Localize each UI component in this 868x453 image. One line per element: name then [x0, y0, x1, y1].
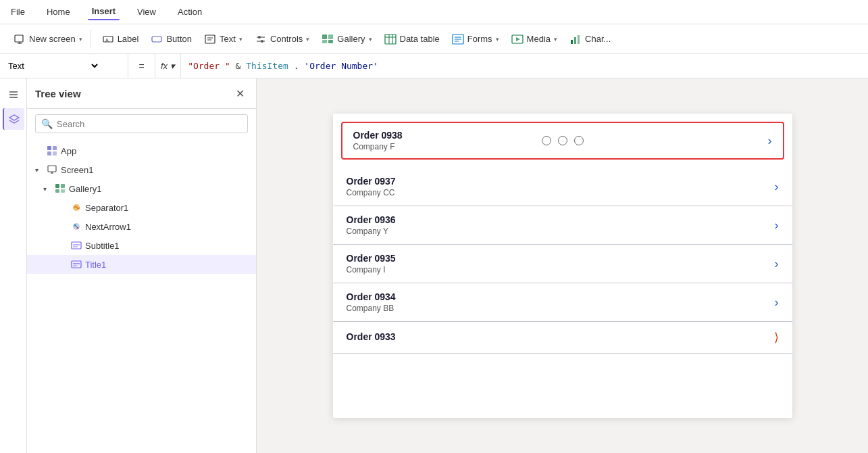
item-0937-arrow: › [775, 180, 779, 194]
title1-icon [70, 258, 82, 270]
tree-item-app[interactable]: App [27, 141, 256, 160]
formula-content: "Order " & ThisItem . 'Order Number' [181, 61, 868, 71]
svg-rect-17 [385, 34, 396, 44]
selection-handles [542, 136, 584, 145]
data-table-button[interactable]: Data table [379, 30, 445, 49]
new-screen-chevron: ▾ [79, 36, 82, 43]
svg-rect-38 [48, 166, 56, 172]
tree-search-input[interactable] [57, 119, 242, 129]
menu-insert[interactable]: Insert [88, 3, 120, 20]
fx-label: fx [161, 61, 168, 71]
svg-rect-36 [47, 151, 51, 156]
new-screen-button[interactable]: New screen ▾ [8, 30, 88, 49]
formula-dropdown[interactable]: Text [0, 54, 128, 78]
controls-icon [255, 33, 267, 45]
tree-item-screen1[interactable]: ▾ Screen1 [27, 160, 256, 179]
gallery-item-0936[interactable]: Order 0936 Company Y › [333, 206, 792, 245]
new-screen-label: New screen [29, 34, 76, 44]
tree-search-box[interactable]: 🔍 [35, 114, 248, 133]
svg-rect-29 [578, 35, 580, 44]
tree-item-separator1[interactable]: Separator1 [27, 198, 256, 217]
menu-action[interactable]: Action [174, 4, 206, 20]
gallery-item-0938[interactable]: Order 0938 Company F › [341, 122, 784, 160]
media-button[interactable]: Media ▾ [506, 30, 563, 49]
canvas-area: Order 0938 Company F › Order 0937 [257, 78, 868, 453]
new-screen-icon [14, 33, 26, 45]
separator1-label: Separator1 [85, 203, 128, 213]
tree-close-button[interactable]: ✕ [232, 85, 248, 101]
svg-rect-5 [152, 37, 161, 42]
hamburger-button[interactable] [3, 84, 24, 105]
layers-button[interactable] [3, 108, 24, 130]
svg-rect-6 [205, 35, 215, 43]
item-0937-title: Order 0937 [347, 176, 775, 187]
fx-ampersand: & [236, 61, 247, 71]
item-0937-content: Order 0937 Company CC [347, 176, 775, 197]
gallery-item-0937[interactable]: Order 0937 Company CC › [333, 168, 792, 206]
separator1-icon [70, 201, 82, 214]
controls-btn-label: Controls [270, 34, 303, 44]
forms-icon [452, 33, 464, 45]
item-0935-arrow: › [775, 257, 779, 271]
controls-button[interactable]: Controls ▾ [249, 30, 315, 49]
gallery-list: Order 0938 Company F › Order 0937 [333, 114, 792, 418]
button-button[interactable]: Button [145, 30, 197, 49]
fx-this-item: ThisItem [246, 61, 288, 71]
tree-item-title1[interactable]: Title1 [27, 255, 256, 274]
gallery-button[interactable]: Gallery ▾ [316, 30, 377, 49]
app-icon [46, 145, 58, 157]
svg-rect-28 [574, 37, 576, 44]
gallery-item-0935[interactable]: Order 0935 Company I › [333, 245, 792, 283]
menu-file[interactable]: File [7, 4, 29, 20]
fx-property: 'Order Number' [304, 61, 378, 71]
media-icon [511, 33, 524, 45]
menu-view[interactable]: View [133, 4, 160, 20]
svg-rect-35 [53, 146, 57, 150]
nextarrow1-icon [70, 220, 82, 233]
tree-item-gallery1[interactable]: ▾ Gallery1 [27, 179, 256, 198]
formula-dropdown-select[interactable]: Text [5, 60, 100, 72]
tree-body: App ▾ Screen1 ▾ Gallery1 [27, 139, 256, 453]
svg-rect-41 [55, 184, 59, 188]
gallery-icon [322, 33, 334, 45]
charts-btn-label: Char... [585, 34, 611, 44]
menu-home[interactable]: Home [43, 4, 74, 20]
item-0936-arrow: › [775, 218, 779, 233]
text-icon [204, 33, 216, 45]
subtitle1-label: Subtitle1 [85, 241, 120, 251]
item-0933-arrow: ⟩ [774, 330, 779, 345]
item-0936-title: Order 0936 [347, 214, 775, 225]
item-0934-title: Order 0934 [347, 291, 775, 302]
svg-rect-15 [322, 40, 327, 43]
item-0935-title: Order 0935 [347, 253, 775, 264]
fx-string-part: "Order " [188, 61, 230, 71]
tree-title: Tree view [35, 88, 81, 99]
text-button[interactable]: Text ▾ [199, 30, 248, 49]
controls-chevron: ▾ [306, 36, 309, 43]
handle-left [542, 136, 551, 145]
forms-button[interactable]: Forms ▾ [446, 30, 505, 49]
label-button[interactable]: A Label [97, 30, 145, 49]
tree-item-subtitle1[interactable]: Subtitle1 [27, 236, 256, 255]
forms-btn-label: Forms [467, 34, 492, 44]
formula-fx-button[interactable]: fx ▾ [155, 54, 181, 78]
svg-rect-50 [72, 242, 81, 249]
fx-chevron: ▾ [170, 61, 175, 71]
item-0938-arrow: › [768, 134, 772, 148]
label-icon: A [102, 33, 114, 45]
tree-item-nextarrow1[interactable]: NextArrow1 [27, 217, 256, 236]
gallery-item-0933[interactable]: Order 0933 ⟩ [333, 322, 792, 354]
handle-right [574, 136, 584, 145]
svg-rect-42 [61, 184, 65, 188]
app-label: App [61, 146, 76, 156]
gallery1-label: Gallery1 [69, 184, 101, 194]
svg-rect-0 [15, 35, 23, 42]
item-0936-content: Order 0936 Company Y [347, 214, 775, 236]
screen1-label: Screen1 [61, 165, 93, 175]
item-0934-content: Order 0934 Company BB [347, 291, 775, 313]
gallery-item-0934[interactable]: Order 0934 Company BB › [333, 283, 792, 322]
item-0933-content: Order 0933 [347, 331, 774, 343]
gallery-chevron: ▾ [369, 36, 372, 43]
gallery-btn-label: Gallery [337, 34, 365, 44]
charts-button[interactable]: Char... [564, 30, 616, 49]
